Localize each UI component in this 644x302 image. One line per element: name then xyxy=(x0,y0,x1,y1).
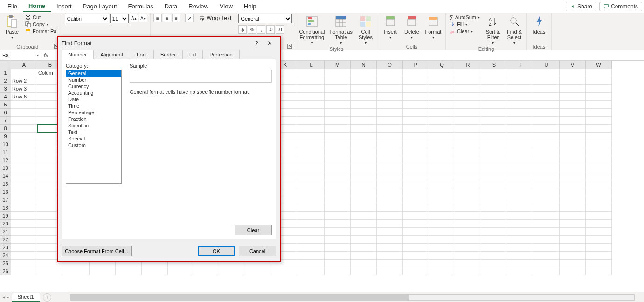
cell[interactable] xyxy=(533,236,560,244)
cell[interactable] xyxy=(298,252,325,260)
cell[interactable] xyxy=(351,220,377,228)
cell[interactable] xyxy=(429,85,455,93)
cut-button[interactable]: Cut xyxy=(24,14,59,21)
category-list[interactable]: GeneralNumberCurrencyAccountingDateTimeP… xyxy=(66,70,122,184)
share-button[interactable]: Share xyxy=(566,2,596,11)
cell[interactable] xyxy=(298,117,325,125)
cell[interactable] xyxy=(298,204,325,212)
cell[interactable] xyxy=(298,133,325,140)
conditional-formatting-button[interactable]: Conditional Formatting▾ xyxy=(298,14,325,46)
cell[interactable] xyxy=(586,69,612,77)
cell[interactable] xyxy=(403,85,429,93)
cell[interactable] xyxy=(455,140,481,148)
cell[interactable] xyxy=(586,164,612,172)
cell[interactable] xyxy=(533,228,560,236)
cell[interactable] xyxy=(586,156,612,164)
cell[interactable] xyxy=(586,236,612,244)
cell[interactable] xyxy=(455,148,481,156)
cell[interactable] xyxy=(560,212,586,220)
cell[interactable] xyxy=(298,228,325,236)
cell[interactable] xyxy=(560,69,586,77)
row-header[interactable]: 6 xyxy=(0,109,11,117)
cell[interactable] xyxy=(533,180,560,188)
dialog-tab-font[interactable]: Font xyxy=(130,50,154,59)
cell[interactable] xyxy=(377,77,403,85)
fill-button[interactable]: Fill▾ xyxy=(449,21,481,28)
cell[interactable] xyxy=(298,85,325,93)
cell[interactable] xyxy=(351,85,377,93)
cell[interactable] xyxy=(403,93,429,101)
cell[interactable] xyxy=(11,133,37,140)
row-header[interactable]: 7 xyxy=(0,117,11,125)
cell[interactable] xyxy=(403,125,429,133)
row-header[interactable]: 4 xyxy=(0,93,11,101)
cell[interactable] xyxy=(507,85,533,93)
row-header[interactable]: 15 xyxy=(0,180,11,188)
row-header[interactable]: 10 xyxy=(0,140,11,148)
cell[interactable] xyxy=(481,228,507,236)
cell[interactable] xyxy=(377,101,403,109)
cell[interactable] xyxy=(533,196,560,204)
cell[interactable] xyxy=(507,228,533,236)
cell[interactable] xyxy=(507,212,533,220)
find-select-button[interactable]: Find & Select▾ xyxy=(505,14,524,46)
cell[interactable] xyxy=(298,260,325,267)
row-header[interactable]: 13 xyxy=(0,164,11,172)
cell[interactable] xyxy=(507,172,533,180)
cell[interactable] xyxy=(325,156,351,164)
cell[interactable] xyxy=(377,267,403,275)
cell[interactable] xyxy=(351,77,377,85)
cell[interactable] xyxy=(351,164,377,172)
cell[interactable] xyxy=(533,85,560,93)
row-header[interactable]: 16 xyxy=(0,188,11,196)
cell[interactable] xyxy=(351,156,377,164)
cell[interactable] xyxy=(533,260,560,267)
autosum-button[interactable]: ∑AutoSum▾ xyxy=(449,14,481,21)
cell[interactable] xyxy=(560,236,586,244)
cell[interactable] xyxy=(455,85,481,93)
cell[interactable] xyxy=(351,148,377,156)
dialog-tab-alignment[interactable]: Alignment xyxy=(93,50,130,59)
cell[interactable] xyxy=(455,77,481,85)
cell[interactable] xyxy=(507,204,533,212)
cell[interactable] xyxy=(455,267,481,275)
horizontal-scrollbar[interactable] xyxy=(70,294,635,301)
cell[interactable] xyxy=(533,156,560,164)
tab-review[interactable]: Review xyxy=(183,1,214,12)
column-header[interactable]: L xyxy=(298,61,325,69)
row-header[interactable]: 9 xyxy=(0,133,11,140)
cell[interactable] xyxy=(377,236,403,244)
cell[interactable] xyxy=(11,69,37,77)
category-item[interactable]: General xyxy=(66,70,121,77)
column-header[interactable]: U xyxy=(533,61,560,69)
cell[interactable] xyxy=(194,267,220,275)
ideas-button[interactable]: Ideas xyxy=(530,14,548,35)
cell[interactable] xyxy=(351,117,377,125)
number-format-select[interactable]: General xyxy=(238,14,292,23)
cell[interactable] xyxy=(403,172,429,180)
cell[interactable] xyxy=(533,109,560,117)
wrap-text-button[interactable]: Wrap Text xyxy=(198,14,233,22)
cell[interactable] xyxy=(481,244,507,252)
insert-cells-button[interactable]: Insert▾ xyxy=(381,14,400,41)
cell[interactable] xyxy=(90,267,116,275)
cell[interactable] xyxy=(403,117,429,125)
help-button[interactable]: ? xyxy=(250,38,263,49)
format-cells-button[interactable]: Format▾ xyxy=(424,14,443,41)
ok-button[interactable]: OK xyxy=(198,246,235,256)
cell[interactable] xyxy=(11,164,37,172)
cell[interactable] xyxy=(325,85,351,93)
cell[interactable] xyxy=(455,101,481,109)
cell[interactable] xyxy=(533,125,560,133)
cell[interactable] xyxy=(533,77,560,85)
cell[interactable] xyxy=(481,77,507,85)
clear-format-button[interactable]: Clear xyxy=(235,225,272,235)
cell[interactable] xyxy=(560,101,586,109)
cell[interactable] xyxy=(481,212,507,220)
increase-font-button[interactable]: A▴ xyxy=(130,14,138,22)
cell[interactable] xyxy=(11,204,37,212)
select-all-corner[interactable] xyxy=(0,61,11,69)
cell[interactable] xyxy=(298,180,325,188)
cell[interactable] xyxy=(325,244,351,252)
cell[interactable] xyxy=(507,252,533,260)
